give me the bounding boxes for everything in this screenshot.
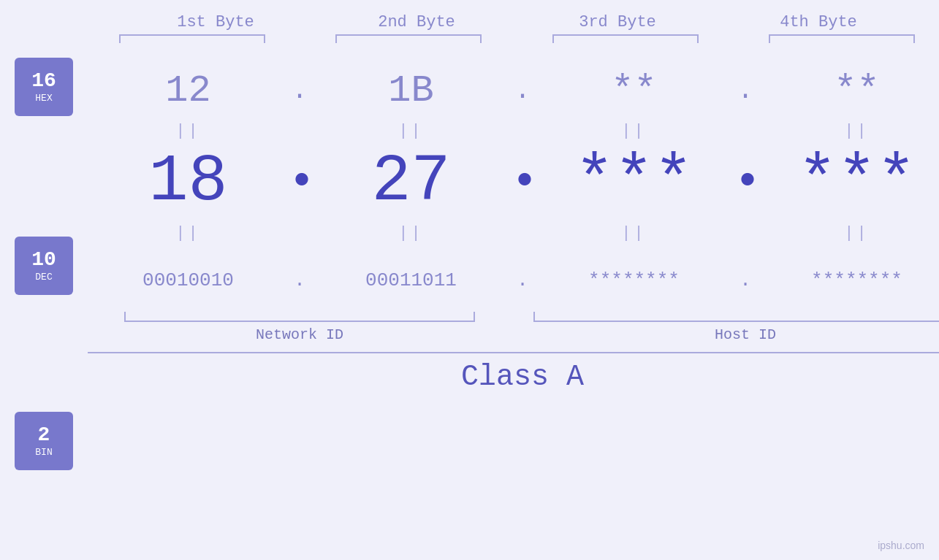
bin-val-4: ******** bbox=[811, 269, 902, 291]
dec-cell-1: 18 bbox=[88, 149, 289, 215]
bracket-line-1 bbox=[119, 34, 265, 43]
bin-badge-label: BIN bbox=[35, 447, 52, 458]
bracket-spacer bbox=[512, 312, 533, 322]
dec-cell-3: *** bbox=[533, 149, 734, 215]
byte1-header: 1st Byte bbox=[115, 13, 316, 31]
bin-cell-2: 00011011 bbox=[311, 269, 512, 291]
watermark: ipshu.com bbox=[878, 540, 924, 551]
class-bracket-line bbox=[88, 352, 939, 353]
bin-val-3: ******** bbox=[588, 269, 680, 291]
host-bracket-container bbox=[533, 312, 939, 322]
equals-2-2: || bbox=[311, 224, 512, 242]
hex-cell-4: ** bbox=[756, 69, 939, 112]
dec-row: 18 • 27 • *** • *** bbox=[88, 142, 939, 222]
equals-1-2: || bbox=[311, 122, 512, 140]
byte2-header: 2nd Byte bbox=[316, 13, 517, 31]
hex-dot-icon-2: . bbox=[514, 76, 531, 106]
equals-1-3: || bbox=[533, 122, 734, 140]
dec-badge: 10 DEC bbox=[15, 237, 73, 295]
hex-cell-2: 1B bbox=[311, 69, 512, 112]
bin-val-1: 00010010 bbox=[142, 269, 234, 291]
hex-badge: 16 HEX bbox=[15, 58, 73, 116]
hex-val-4: ** bbox=[834, 69, 879, 112]
byte-headers: 1st Byte 2nd Byte 3rd Byte 4th Byte bbox=[0, 13, 939, 31]
bracket-line-4 bbox=[769, 34, 915, 43]
bracket-3 bbox=[528, 34, 723, 43]
bin-cell-1: 00010010 bbox=[88, 269, 289, 291]
id-labels-row: Network ID Host ID bbox=[88, 326, 939, 343]
host-id-label: Host ID bbox=[533, 326, 939, 343]
bin-cell-3: ******** bbox=[533, 269, 734, 291]
hex-dot-2: . bbox=[512, 76, 533, 106]
dec-val-2: 27 bbox=[371, 145, 450, 219]
byte4-header: 4th Byte bbox=[718, 13, 919, 31]
hex-cell-3: ** bbox=[533, 69, 734, 112]
dec-dot-1: • bbox=[289, 157, 311, 207]
equals-2-1: || bbox=[88, 224, 289, 242]
hex-badge-number: 16 bbox=[31, 70, 56, 93]
bottom-bracket-row bbox=[88, 312, 939, 322]
bin-dot-1: . bbox=[289, 269, 311, 291]
hex-dot-1: . bbox=[289, 76, 311, 106]
hex-dot-3: . bbox=[734, 76, 756, 106]
bracket-1 bbox=[95, 34, 290, 43]
bin-val-2: 00011011 bbox=[365, 269, 457, 291]
equals-1-1: || bbox=[88, 122, 289, 140]
network-bracket-line bbox=[124, 312, 475, 322]
hex-cell-1: 12 bbox=[88, 69, 289, 112]
hex-dot-icon-3: . bbox=[737, 76, 753, 106]
grid-area: 12 . 1B . ** . ** bbox=[88, 50, 939, 394]
main-container: 1st Byte 2nd Byte 3rd Byte 4th Byte 16 bbox=[0, 0, 939, 560]
dec-badge-label: DEC bbox=[35, 272, 52, 283]
bracket-line-2 bbox=[335, 34, 482, 43]
bin-badge-number: 2 bbox=[38, 424, 50, 447]
bin-dot-icon-1: . bbox=[294, 269, 305, 291]
equals-1-4: || bbox=[756, 122, 939, 140]
bin-row: 00010010 . 00011011 . ******** . bbox=[88, 255, 939, 306]
bin-cell-4: ******** bbox=[756, 269, 939, 291]
equals-row-2: || || || || bbox=[88, 222, 939, 244]
bracket-line-3 bbox=[552, 34, 699, 43]
bracket-4 bbox=[744, 34, 939, 43]
hex-dot-icon-1: . bbox=[292, 76, 308, 106]
dec-dot-2: • bbox=[512, 157, 533, 207]
bin-dot-2: . bbox=[512, 269, 533, 291]
network-bracket-container bbox=[88, 312, 512, 322]
dec-cell-4: *** bbox=[756, 149, 939, 215]
bracket-2 bbox=[311, 34, 506, 43]
class-label-row: Class A bbox=[88, 361, 939, 394]
dec-badge-number: 10 bbox=[31, 249, 56, 272]
class-label: Class A bbox=[461, 361, 584, 394]
dec-val-3: *** bbox=[574, 145, 693, 219]
content-area: 16 HEX 10 DEC 2 BIN bbox=[0, 50, 939, 467]
hex-val-3: ** bbox=[611, 69, 656, 112]
bin-dot-3: . bbox=[734, 269, 756, 291]
dec-val-4: *** bbox=[797, 145, 916, 219]
bin-dot-icon-3: . bbox=[740, 269, 751, 291]
hex-badge-label: HEX bbox=[35, 93, 52, 104]
bin-dot-icon-2: . bbox=[517, 269, 528, 291]
equals-2-4: || bbox=[756, 224, 939, 242]
dec-cell-2: 27 bbox=[311, 149, 512, 215]
equals-2-3: || bbox=[533, 224, 734, 242]
dec-val-1: 18 bbox=[148, 145, 227, 219]
badges-column: 16 HEX 10 DEC 2 BIN bbox=[15, 58, 73, 467]
hex-val-2: 1B bbox=[388, 69, 433, 112]
network-id-label: Network ID bbox=[88, 326, 512, 343]
byte3-header: 3rd Byte bbox=[517, 13, 718, 31]
dec-dot-3: • bbox=[734, 157, 756, 207]
hex-val-1: 12 bbox=[165, 69, 210, 112]
equals-row-1: || || || || bbox=[88, 120, 939, 142]
hex-row: 12 . 1B . ** . ** bbox=[88, 61, 939, 120]
bin-badge: 2 BIN bbox=[15, 412, 73, 470]
top-brackets bbox=[0, 34, 939, 43]
class-bracket-container bbox=[88, 352, 939, 353]
host-bracket-line bbox=[533, 312, 939, 322]
